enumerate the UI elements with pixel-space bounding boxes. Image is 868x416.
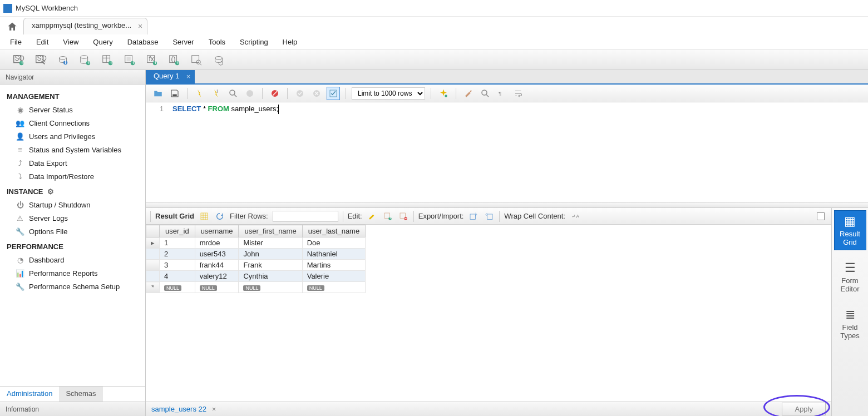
nav-item-label: Startup / Shutdown bbox=[29, 201, 91, 209]
menu-file[interactable]: File bbox=[3, 36, 28, 48]
menu-database[interactable]: Database bbox=[121, 36, 165, 48]
tab-administration[interactable]: Administration bbox=[0, 387, 59, 402]
col-first-name[interactable]: user_first_name bbox=[239, 225, 302, 237]
close-icon[interactable]: × bbox=[138, 22, 142, 31]
tab-schemas[interactable]: Schemas bbox=[59, 387, 102, 402]
reports-icon: 📊 bbox=[16, 269, 24, 278]
new-procedure-icon[interactable]: fx+ bbox=[144, 52, 160, 68]
delete-row-icon[interactable] bbox=[398, 211, 409, 222]
find-icon[interactable] bbox=[479, 87, 492, 100]
nav-startup-shutdown[interactable]: ⏻Startup / Shutdown bbox=[0, 198, 145, 211]
side-field-types[interactable]: ≣Field Types bbox=[834, 304, 866, 344]
menu-server[interactable]: Server bbox=[166, 36, 200, 48]
open-sql-icon[interactable]: SQL bbox=[32, 52, 49, 68]
result-grid-wrapper[interactable]: user_id username user_first_name user_la… bbox=[146, 225, 831, 402]
new-function-icon[interactable]: ()+ bbox=[166, 52, 183, 68]
invisible-chars-icon[interactable]: ¶ bbox=[495, 87, 509, 100]
grid-view-icon[interactable] bbox=[199, 211, 210, 222]
app-icon bbox=[3, 4, 12, 13]
table-row-new[interactable]: *NULLNULLNULLNULL bbox=[146, 282, 366, 293]
new-view-icon[interactable]: + bbox=[121, 52, 138, 68]
execute-current-icon[interactable]: I bbox=[210, 87, 223, 100]
inspector-icon[interactable]: i bbox=[55, 52, 71, 68]
side-result-grid[interactable]: ▦Result Grid bbox=[834, 210, 866, 250]
export-result-icon[interactable] bbox=[468, 211, 479, 222]
sql-editor[interactable]: 1 SELECT * FROM sample_users; bbox=[146, 102, 868, 202]
nav-client-connections[interactable]: 👥Client Connections bbox=[0, 116, 145, 130]
side-form-editor[interactable]: ☰Form Editor bbox=[834, 257, 866, 297]
beautify-icon[interactable] bbox=[437, 87, 450, 100]
home-icon[interactable] bbox=[4, 19, 20, 34]
nav-data-import[interactable]: ⤵Data Import/Restore bbox=[0, 170, 145, 183]
svg-text:(): () bbox=[171, 55, 176, 62]
menu-scripting[interactable]: Scripting bbox=[233, 36, 275, 48]
side-label: Field Types bbox=[840, 323, 860, 340]
apply-button[interactable]: Apply bbox=[782, 403, 826, 415]
open-file-icon[interactable] bbox=[151, 87, 165, 100]
rollback-icon[interactable] bbox=[310, 87, 323, 100]
menu-edit[interactable]: Edit bbox=[29, 36, 55, 48]
commit-icon[interactable] bbox=[293, 87, 307, 100]
menu-view[interactable]: View bbox=[56, 36, 85, 48]
execute-icon[interactable] bbox=[193, 87, 206, 100]
svg-text:I: I bbox=[216, 88, 218, 94]
svg-point-35 bbox=[230, 90, 235, 95]
connection-tab[interactable]: xamppmysql (testing_workbe... × bbox=[23, 18, 147, 34]
query-tab[interactable]: Query 1 × bbox=[146, 70, 195, 83]
nav-dashboard[interactable]: ◔Dashboard bbox=[0, 253, 145, 266]
explain-icon[interactable] bbox=[226, 87, 240, 100]
menu-tools[interactable]: Tools bbox=[202, 36, 232, 48]
save-icon[interactable] bbox=[168, 87, 181, 100]
col-last-name[interactable]: user_last_name bbox=[302, 225, 366, 237]
brush-icon[interactable] bbox=[462, 87, 475, 100]
splitter[interactable] bbox=[146, 202, 868, 208]
wrap-cell-icon[interactable]: ⤶A bbox=[570, 211, 581, 222]
refresh-icon[interactable] bbox=[214, 211, 225, 222]
limit-rows-select[interactable]: Limit to 1000 rows bbox=[352, 87, 425, 100]
edit-icon[interactable] bbox=[367, 211, 378, 222]
result-tab-label[interactable]: sample_users 22 bbox=[151, 405, 206, 413]
autocommit-icon[interactable] bbox=[327, 87, 340, 100]
edit-label: Edit: bbox=[348, 212, 362, 220]
close-icon[interactable]: × bbox=[212, 405, 216, 413]
add-row-icon[interactable]: + bbox=[382, 211, 393, 222]
wrap-cell-label: Wrap Cell Content: bbox=[504, 212, 565, 220]
nav-data-export[interactable]: ⤴Data Export bbox=[0, 156, 145, 170]
col-username[interactable]: username bbox=[195, 225, 239, 237]
svg-text:¶: ¶ bbox=[499, 90, 501, 96]
new-table-icon[interactable]: + bbox=[99, 52, 116, 68]
connection-tabbar: xamppmysql (testing_workbe... × bbox=[0, 17, 868, 34]
svg-rect-60 bbox=[470, 214, 475, 219]
table-row[interactable]: 2user543JohnNathaniel bbox=[146, 249, 366, 260]
nav-performance-schema[interactable]: 🔧Performance Schema Setup bbox=[0, 280, 145, 293]
table-row[interactable]: ▸1mrdoeMisterDoe bbox=[146, 237, 366, 249]
wrap-icon[interactable] bbox=[512, 87, 525, 100]
nav-options-file[interactable]: 🔧Options File bbox=[0, 225, 145, 238]
new-sql-tab-icon[interactable]: SQL+ bbox=[10, 52, 27, 68]
stop-icon[interactable] bbox=[243, 87, 257, 100]
search-table-icon[interactable] bbox=[188, 52, 205, 68]
col-user-id[interactable]: user_id bbox=[160, 225, 195, 237]
svg-point-46 bbox=[482, 90, 487, 95]
import-result-icon[interactable] bbox=[484, 211, 495, 222]
toggle-panel-icon[interactable] bbox=[817, 212, 825, 220]
nav-status-variables[interactable]: ≡Status and System Variables bbox=[0, 143, 145, 156]
no-limit-icon[interactable] bbox=[268, 87, 282, 100]
menu-help[interactable]: Help bbox=[276, 36, 304, 48]
nav-item-label: Users and Privileges bbox=[29, 132, 95, 141]
reconnect-icon[interactable] bbox=[210, 52, 227, 68]
result-area: Result Grid Filter Rows: Edit: + Export/… bbox=[146, 208, 868, 416]
table-row[interactable]: 3frank44FrankMartins bbox=[146, 260, 366, 271]
nav-users-privileges[interactable]: 👤Users and Privileges bbox=[0, 130, 145, 143]
nav-server-status[interactable]: ◉Server Status bbox=[0, 103, 145, 116]
power-icon: ⏻ bbox=[16, 200, 24, 209]
new-schema-icon[interactable]: + bbox=[77, 52, 93, 68]
filter-rows-input[interactable] bbox=[273, 211, 338, 222]
menu-query[interactable]: Query bbox=[86, 36, 119, 48]
nav-server-logs[interactable]: ⚠Server Logs bbox=[0, 211, 145, 225]
nav-performance-reports[interactable]: 📊Performance Reports bbox=[0, 266, 145, 280]
nav-item-label: Dashboard bbox=[29, 256, 65, 264]
query-tabbar: Query 1 × bbox=[146, 70, 868, 85]
close-icon[interactable]: × bbox=[186, 72, 191, 81]
table-row[interactable]: 4valery12CynthiaValerie bbox=[146, 271, 366, 282]
